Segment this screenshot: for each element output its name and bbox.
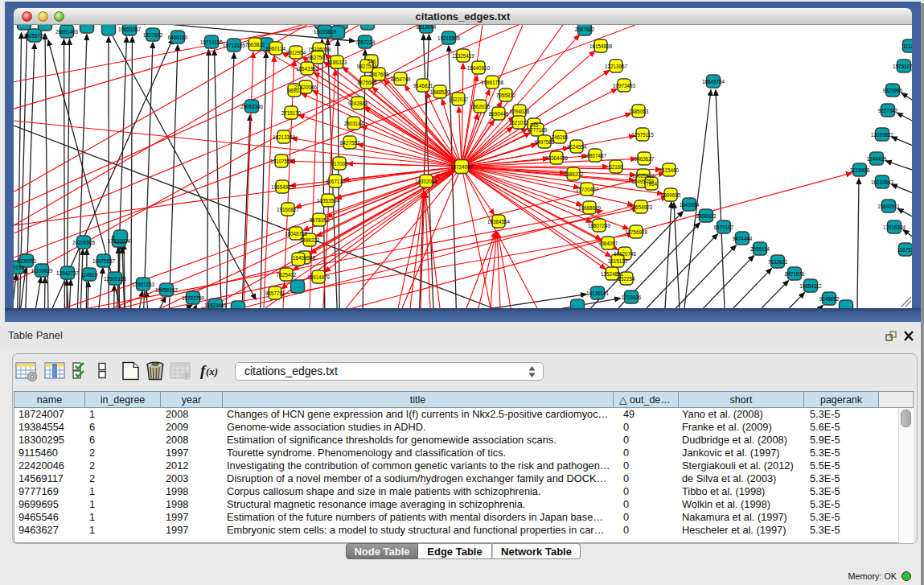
- svg-text:20206505: 20206505: [72, 240, 96, 245]
- svg-text:2967608: 2967608: [369, 72, 389, 77]
- svg-text:7357224: 7357224: [355, 39, 376, 45]
- svg-text:10120746: 10120746: [614, 251, 637, 257]
- svg-text:10973493: 10973493: [613, 83, 636, 89]
- svg-text:3875685: 3875685: [357, 80, 377, 85]
- svg-text:10688609: 10688609: [578, 205, 602, 211]
- svg-text:11124: 11124: [903, 43, 912, 49]
- svg-text:12093822: 12093822: [871, 132, 894, 138]
- svg-text:10653287: 10653287: [118, 27, 142, 32]
- svg-text:12975115: 12975115: [631, 132, 654, 138]
- svg-text:16409948: 16409948: [293, 255, 316, 261]
- svg-text:11923446: 11923446: [204, 303, 227, 308]
- svg-text:917006: 917006: [331, 161, 348, 167]
- svg-text:19166827: 19166827: [277, 207, 300, 212]
- svg-text:252254: 252254: [618, 276, 635, 282]
- svg-text:9146821: 9146821: [413, 83, 433, 89]
- svg-text:8960124: 8960124: [266, 46, 286, 51]
- svg-text:12942737: 12942737: [56, 270, 80, 276]
- svg-text:8454749: 8454749: [391, 76, 411, 82]
- svg-text:16543382: 16543382: [296, 66, 319, 72]
- svg-text:10975857: 10975857: [92, 258, 116, 264]
- svg-text:7964: 7964: [646, 181, 658, 187]
- svg-text:10807487: 10807487: [584, 153, 607, 159]
- svg-text:16782759: 16782759: [182, 295, 205, 301]
- svg-text:16210643: 16210643: [871, 179, 894, 185]
- svg-text:9245652: 9245652: [819, 296, 840, 302]
- svg-text:116753: 116753: [897, 247, 912, 253]
- svg-text:3215958: 3215958: [850, 167, 870, 173]
- svg-text:8427552: 8427552: [340, 140, 360, 146]
- svg-text:12213967: 12213967: [605, 64, 628, 69]
- svg-text:19654923: 19654923: [271, 184, 294, 190]
- svg-text:10025433: 10025433: [632, 173, 655, 179]
- svg-text:3624554: 3624554: [567, 144, 587, 150]
- svg-text:3498222: 3498222: [300, 237, 320, 243]
- svg-text:19654923: 19654923: [630, 204, 653, 210]
- svg-text:8912954: 8912954: [286, 50, 306, 56]
- svg-text:18807249: 18807249: [588, 223, 611, 229]
- svg-text:9329966: 9329966: [883, 88, 903, 93]
- svg-text:11156829: 11156829: [31, 268, 53, 274]
- svg-text:10107553: 10107553: [270, 159, 294, 164]
- svg-text:17957253: 17957253: [132, 282, 155, 287]
- svg-text:9227342: 9227342: [878, 108, 898, 113]
- svg-text:8990448: 8990448: [489, 111, 509, 117]
- svg-text:15720407: 15720407: [576, 187, 599, 192]
- svg-text:15226058: 15226058: [308, 47, 331, 52]
- svg-text:18724007: 18724007: [450, 164, 474, 170]
- svg-text:1733426: 1733426: [622, 295, 642, 300]
- svg-text:16046788: 16046788: [285, 231, 308, 237]
- svg-text:17359934: 17359934: [108, 238, 131, 244]
- svg-text:1562615: 1562615: [470, 104, 491, 109]
- svg-text:16914479: 16914479: [307, 274, 331, 280]
- svg-text:8186323: 8186323: [327, 60, 347, 65]
- svg-text:12505135: 12505135: [104, 276, 127, 282]
- svg-text:9084067: 9084067: [598, 241, 618, 246]
- svg-text:15692911: 15692911: [877, 204, 900, 209]
- svg-text:10958107: 10958107: [155, 287, 179, 293]
- svg-text:9827503: 9827503: [308, 55, 328, 60]
- svg-text:6479197: 6479197: [714, 225, 734, 230]
- svg-text:9657791: 9657791: [265, 290, 285, 296]
- svg-text:19384554: 19384554: [487, 219, 511, 225]
- svg-text:7625402: 7625402: [277, 272, 297, 278]
- svg-text:12213369: 12213369: [273, 134, 296, 140]
- svg-text:9474444: 9474444: [733, 236, 753, 241]
- svg-text:2087682: 2087682: [575, 27, 595, 32]
- svg-text:10719155: 10719155: [200, 39, 224, 45]
- svg-text:10654112: 10654112: [799, 283, 822, 289]
- svg-text:9242848: 9242848: [348, 101, 368, 106]
- svg-text:7386372: 7386372: [564, 171, 584, 177]
- svg-text:8938923: 8938923: [696, 213, 717, 219]
- svg-text:16640910: 16640910: [467, 65, 491, 71]
- svg-text:114519: 114519: [81, 272, 98, 278]
- svg-text:3267130: 3267130: [326, 179, 346, 184]
- svg-text:8813054: 8813054: [417, 25, 437, 30]
- svg-text:24055724: 24055724: [23, 33, 47, 39]
- svg-text:62160: 62160: [609, 164, 623, 170]
- svg-text:19218506: 19218506: [437, 35, 461, 41]
- svg-text:7663822: 7663822: [245, 42, 265, 47]
- svg-text:98901: 98901: [287, 88, 302, 93]
- svg-text:1640954: 1640954: [680, 202, 700, 208]
- svg-text:9827504: 9827504: [357, 64, 377, 69]
- svg-text:2935114: 2935114: [750, 246, 770, 252]
- svg-text:6497568: 6497568: [535, 139, 555, 145]
- svg-text:25053346: 25053346: [240, 104, 264, 109]
- svg-text:1335051: 1335051: [17, 258, 37, 264]
- svg-text:20691406: 20691406: [55, 29, 79, 35]
- svg-text:7485063: 7485063: [629, 109, 649, 114]
- svg-text:7632621: 7632621: [768, 259, 788, 265]
- svg-text:6794028: 6794028: [510, 109, 530, 114]
- svg-text:16033809: 16033809: [314, 29, 337, 35]
- svg-text:8678352: 8678352: [310, 217, 330, 223]
- svg-text:39154: 39154: [14, 265, 24, 270]
- svg-text:1244419: 1244419: [867, 156, 887, 162]
- svg-text:2803144: 2803144: [344, 121, 364, 126]
- svg-text:16154808: 16154808: [589, 43, 613, 49]
- svg-text:10756928: 10756928: [625, 229, 648, 235]
- svg-text:1621072: 1621072: [509, 120, 529, 126]
- svg-text:9777169: 9777169: [528, 127, 548, 133]
- svg-text:20364436: 20364436: [545, 155, 569, 161]
- svg-text:9115460: 9115460: [659, 167, 680, 173]
